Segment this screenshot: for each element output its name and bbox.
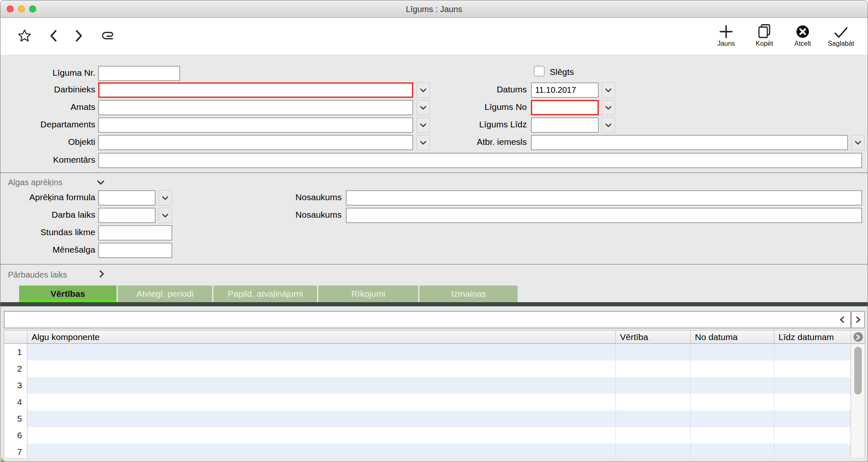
minimize-window-button[interactable] <box>18 5 25 12</box>
department-dropdown-button[interactable] <box>417 117 430 133</box>
cancel-button[interactable]: Atcelt <box>784 20 822 47</box>
date-input[interactable] <box>531 82 599 98</box>
monthly-salary-input[interactable] <box>98 243 172 258</box>
cancel-button-label: Atcelt <box>794 40 811 47</box>
chevron-down-icon <box>855 141 861 145</box>
closed-checkbox[interactable] <box>534 66 545 77</box>
title-bar: Līgums : Jauns <box>0 0 868 18</box>
tab-papild-atvalinajumi[interactable]: Papild. atvaļinājumi <box>213 286 317 302</box>
department-input[interactable] <box>98 117 413 133</box>
collapse-section-icon[interactable] <box>95 178 106 187</box>
column-header-lidz-datumam[interactable]: Līdz datumam <box>774 330 851 343</box>
section-divider <box>0 264 868 265</box>
close-window-button[interactable] <box>7 5 14 12</box>
tab-rikojumi[interactable]: Rīkojumi <box>318 286 418 302</box>
hourly-rate-label: Stundas likme <box>0 227 95 237</box>
position-input[interactable] <box>98 100 413 115</box>
date-dropdown-button[interactable] <box>602 82 615 98</box>
objects-dropdown-button[interactable] <box>417 135 430 150</box>
tab-atviegl-periodi[interactable]: Atviegl. periodi <box>118 286 212 302</box>
zoom-window-button[interactable] <box>29 5 36 12</box>
column-header-algu-komponente[interactable]: Algu komponente <box>27 330 616 343</box>
column-more-button[interactable] <box>853 332 863 342</box>
name1-input[interactable] <box>346 190 862 206</box>
table-row[interactable]: 1 <box>4 344 865 360</box>
row-number[interactable]: 5 <box>4 410 27 427</box>
position-label: Amats <box>0 102 95 112</box>
expand-section-icon[interactable] <box>96 269 107 278</box>
save-button-label: Saglabāt <box>828 40 854 47</box>
contract-from-label: Līgums No <box>433 102 527 112</box>
column-options-header <box>851 330 865 343</box>
app-window: Līgums : Jauns Jauns <box>0 0 868 462</box>
chevron-down-icon <box>162 214 169 218</box>
chevron-down-icon <box>420 88 427 92</box>
chevron-left-icon <box>839 316 845 323</box>
matrix-prev-button[interactable] <box>833 311 851 328</box>
save-button[interactable]: Saglabāt <box>822 20 860 47</box>
copy-button[interactable]: Kopēt <box>745 20 784 47</box>
plus-icon <box>719 24 733 39</box>
hourly-rate-input[interactable] <box>98 225 172 241</box>
row-number[interactable]: 4 <box>4 394 27 410</box>
work-time-dropdown-button[interactable] <box>159 208 172 223</box>
row-number[interactable]: 2 <box>4 360 27 377</box>
matrix-paste-input[interactable] <box>4 311 851 328</box>
back-icon[interactable] <box>49 29 58 43</box>
contract-from-dropdown-button[interactable] <box>602 100 615 115</box>
employee-dropdown-button[interactable] <box>417 82 430 98</box>
contract-until-label: Līgums Līdz <box>433 119 527 129</box>
table-row[interactable]: 2 <box>4 360 865 377</box>
column-header-vertiba[interactable]: Vērtība <box>616 330 691 343</box>
calc-formula-input[interactable] <box>98 190 156 206</box>
row-number[interactable]: 3 <box>4 377 27 394</box>
table-row[interactable]: 6 <box>4 427 865 444</box>
matrix-next-button[interactable] <box>851 311 865 328</box>
table-row[interactable]: 7 <box>4 444 865 457</box>
tab-izmainas[interactable]: Izmaiņas <box>419 286 518 302</box>
comment-input[interactable] <box>98 153 862 168</box>
objects-input[interactable] <box>98 135 413 150</box>
date-label: Datums <box>433 84 527 94</box>
chevron-down-icon <box>420 123 427 127</box>
star-icon[interactable] <box>17 28 32 43</box>
chevron-down-icon <box>162 196 169 200</box>
new-button[interactable]: Jauns <box>707 20 745 47</box>
calc-formula-dropdown-button[interactable] <box>159 190 172 206</box>
contract-until-input[interactable] <box>531 117 599 133</box>
dismissal-reason-input[interactable] <box>531 135 848 150</box>
column-header-no-datuma[interactable]: No datuma <box>691 330 774 343</box>
chevron-right-icon <box>856 334 860 340</box>
section-divider <box>0 172 868 173</box>
contract-number-input[interactable] <box>98 66 180 81</box>
table-row[interactable]: 5 <box>4 410 865 427</box>
position-dropdown-button[interactable] <box>417 100 430 115</box>
paperclip-icon[interactable] <box>100 30 117 42</box>
resize-grip[interactable] <box>1 458 5 462</box>
table-row[interactable]: 3 <box>4 377 865 394</box>
tab-vertibas[interactable]: Vērtības <box>19 286 117 302</box>
chevron-down-icon <box>420 141 427 145</box>
employee-input[interactable] <box>98 82 413 98</box>
dismissal-reason-dropdown-button[interactable] <box>851 135 865 150</box>
row-number[interactable]: 7 <box>4 444 27 457</box>
chevron-down-icon <box>605 106 612 110</box>
name1-label: Nosaukums <box>250 192 342 202</box>
row-number[interactable]: 6 <box>4 427 27 444</box>
salary-section-title: Algas aprēķins <box>8 178 62 187</box>
table-scrollbar[interactable] <box>851 344 865 457</box>
table-row[interactable]: 4 <box>4 394 865 410</box>
gutter-header <box>4 330 27 343</box>
window-title: Līgums : Jauns <box>0 0 868 18</box>
row-number[interactable]: 1 <box>4 344 27 360</box>
chevron-down-icon <box>420 106 427 110</box>
scrollbar-thumb[interactable] <box>854 347 862 395</box>
employee-label: Darbinieks <box>0 84 95 94</box>
table-header: Algu komponente Vērtība No datuma Līdz d… <box>4 330 865 344</box>
name2-input[interactable] <box>346 208 862 223</box>
monthly-salary-label: Mēnešalga <box>0 245 95 255</box>
work-time-input[interactable] <box>98 208 156 223</box>
contract-from-input[interactable] <box>531 100 599 115</box>
contract-until-dropdown-button[interactable] <box>602 117 615 133</box>
forward-icon[interactable] <box>74 29 84 43</box>
